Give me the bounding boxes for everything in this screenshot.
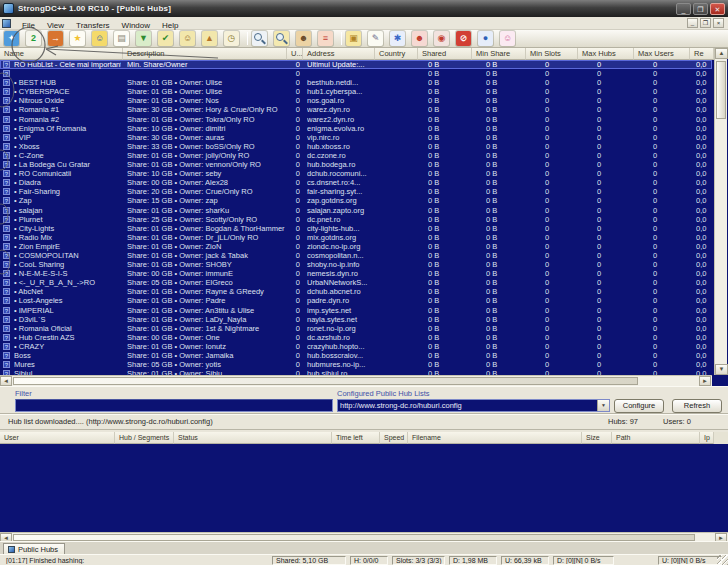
favorite-users-icon[interactable]: ☺	[92, 31, 107, 46]
hub-row[interactable]: ?MuresShare: 05 GB • Owner: yotis0hubmur…	[0, 360, 712, 369]
hub-row[interactable]: ?• CooL SharingShare: 01 GB • Owner: SHO…	[0, 260, 712, 269]
transfers-column-speed[interactable]: Speed	[380, 432, 408, 444]
search-spy-icon[interactable]: ☻	[296, 31, 311, 46]
transfers-column-hub-segments[interactable]: Hub / Segments	[115, 432, 174, 444]
emoticons-icon[interactable]: ☺	[500, 31, 515, 46]
hub-row[interactable]: ?RO HubList - Cele mai important...Min. …	[0, 60, 712, 69]
hub-row[interactable]: ?• RO ComunicatiiShare: 10 GB • Owner: s…	[0, 169, 712, 178]
hub-row[interactable]: ?• Fair-SharingShare: 20 GB • Owner: Cru…	[0, 187, 712, 196]
away-icon[interactable]: ☻	[412, 31, 427, 46]
hub-row[interactable]: ?• BEST HUBShare: 01 GB • Owner: Ulise0b…	[0, 78, 712, 87]
hub-row[interactable]: ?• VIPShare: 30 GB • Owner: auras0vip.ni…	[0, 133, 712, 142]
favorite-hubs-icon[interactable]: ★	[70, 31, 85, 46]
hub-list-combo[interactable]: http://www.strong-dc.ro/huburi.config ▼	[337, 399, 610, 412]
transfers-list[interactable]	[0, 444, 728, 532]
hub-row[interactable]: ?• Nitrous OxideShare: 01 GB • Owner: No…	[0, 96, 712, 105]
recent-hubs-icon[interactable]: ▤	[114, 31, 129, 46]
vertical-scrollbar[interactable]: ▲ ▼	[714, 48, 727, 375]
menu-item-file[interactable]: File	[16, 21, 41, 30]
waiting-users-icon[interactable]: ☺	[180, 31, 195, 46]
scroll-up-icon[interactable]: ▲	[715, 48, 728, 59]
transfers-scroll-thumb[interactable]	[13, 534, 695, 541]
transfers-column-path[interactable]: Path	[612, 432, 700, 444]
settings-icon[interactable]: ✱	[390, 31, 405, 46]
upload-queue-icon[interactable]: ◷	[224, 31, 239, 46]
combo-dropdown-icon[interactable]: ▼	[597, 400, 609, 411]
mdi-child-icon[interactable]	[2, 19, 11, 28]
reconnect-icon[interactable]: 2	[26, 31, 41, 46]
hub-row[interactable]: ?• ZapShare: 15 GB • Owner: zap0zap.gotd…	[0, 196, 712, 205]
scroll-down-icon[interactable]: ▼	[715, 364, 728, 375]
hub-column-re[interactable]: Re	[690, 48, 714, 60]
public-hubs-icon[interactable]: ✦	[4, 31, 19, 46]
transfers-column-user[interactable]: User	[0, 432, 115, 444]
horizontal-scroll-thumb[interactable]	[13, 377, 638, 385]
hub-row[interactable]: ?• DiadraShare: 00 GB • Owner: Alex280cs…	[0, 178, 712, 187]
hub-row[interactable]: ?• D3viL`SShare: 01 GB • Owner: LaDy_Nay…	[0, 315, 712, 324]
shutdown-icon[interactable]: ⊘	[456, 31, 471, 46]
hub-row[interactable]: ?• C-ZoneShare: 01 GB • Owner: jolly/Onl…	[0, 151, 712, 160]
open-filelist-icon[interactable]: ▣	[346, 31, 361, 46]
hub-row[interactable]: ?• CYBERSPACEShare: 01 GB • Owner: Ulise…	[0, 87, 712, 96]
transfers-column-size[interactable]: Size	[582, 432, 612, 444]
hub-row[interactable]: ?• Radio MixShare: 01 GB • Owner: Dr_jLL…	[0, 233, 712, 242]
finished-uploads-icon[interactable]: ▲	[202, 31, 217, 46]
horizontal-scrollbar[interactable]: ◄ ►	[0, 375, 712, 386]
filter-input[interactable]	[15, 399, 333, 412]
hub-column-min-slots[interactable]: Min Slots	[526, 48, 578, 60]
hub-row[interactable]: ?BossShare: 01 GB • Owner: Jamaika0hub.b…	[0, 351, 712, 360]
hub-column-country[interactable]: Country	[375, 48, 418, 60]
hub-column-shared[interactable]: Shared	[418, 48, 472, 60]
hub-column-u[interactable]: U...	[287, 48, 303, 60]
hub-column-name[interactable]: Name	[0, 48, 123, 60]
follow-redirect-icon[interactable]: →	[48, 31, 63, 46]
hub-row[interactable]: ?• AbcNetShare: 01 GB • Owner: Rayne & G…	[0, 287, 712, 296]
transfers-column-ip[interactable]: Ip	[700, 432, 714, 444]
hub-row[interactable]: ?• salajanShare: 01 GB • Owner: sharKu0s…	[0, 206, 712, 215]
restore-button[interactable]: ❐	[693, 3, 708, 15]
hub-column-address[interactable]: Address	[303, 48, 375, 60]
transfers-column-time-left[interactable]: Time left	[332, 432, 380, 444]
hub-row[interactable]: ?• City-LightsShare: 01 GB • Owner: Bogd…	[0, 224, 712, 233]
hub-row[interactable]: ?00 B0 B0000,0	[0, 69, 712, 78]
close-button[interactable]: ✕	[710, 3, 725, 15]
vertical-scroll-thumb[interactable]	[716, 61, 726, 119]
hub-column-min-share[interactable]: Min Share	[472, 48, 526, 60]
mdi-close-button[interactable]: ×	[713, 18, 724, 28]
notepad-icon[interactable]: ✎	[368, 31, 383, 46]
minimize-button[interactable]: _	[676, 3, 691, 15]
limiter-icon[interactable]: ●	[478, 31, 493, 46]
configure-button[interactable]: Configure	[614, 399, 664, 413]
hub-row[interactable]: ?• Enigma Of RomaniaShare: 10 GB • Owner…	[0, 124, 712, 133]
mdi-minimize-button[interactable]: _	[687, 18, 698, 28]
menu-item-help[interactable]: Help	[156, 21, 184, 30]
hub-row[interactable]: ?• Romania #1Share: 30 GB • Owner: Hory …	[0, 105, 712, 114]
scroll-right-icon[interactable]: ►	[699, 376, 711, 386]
hub-row[interactable]: ?• XbossShare: 33 GB • Owner: boSS/Only …	[0, 142, 712, 151]
hub-row[interactable]: ?• Zion EmpirEShare: 01 GB • Owner: ZioN…	[0, 242, 712, 251]
menu-item-view[interactable]: View	[41, 21, 70, 30]
hub-column-max-users[interactable]: Max Users	[634, 48, 690, 60]
network-statistics-icon[interactable]: ≡	[318, 31, 333, 46]
hub-row[interactable]: ?• CRAZYShare: 01 GB • Owner: Ionutz0cra…	[0, 342, 712, 351]
hub-row[interactable]: ?• Hub Crestin AZSShare: 00 GB • Owner: …	[0, 333, 712, 342]
refresh-button[interactable]: Refresh	[672, 399, 722, 413]
hub-row[interactable]: ?• Lost-AngelesShare: 01 GB • Owner: Pad…	[0, 296, 712, 305]
hub-row[interactable]: ?• Romania #2Share: 01 GB • Owner: Tokra…	[0, 115, 712, 124]
hub-row[interactable]: ?• COSMOPOLITANShare: 01 GB • Owner: jac…	[0, 251, 712, 260]
hub-row[interactable]: ?• IMPERIALShare: 01 GB • Owner: An3titu…	[0, 306, 712, 315]
hub-column-description[interactable]: Description	[123, 48, 287, 60]
webserver-icon[interactable]: ◉	[434, 31, 449, 46]
finished-downloads-icon[interactable]: ✔	[158, 31, 173, 46]
hub-row[interactable]: ?• Romania OficialShare: 01 GB • Owner: …	[0, 324, 712, 333]
scroll-left-icon[interactable]: ◄	[0, 376, 12, 386]
hub-row[interactable]: ?• La Bodega Cu GratarShare: 01 GB • Own…	[0, 160, 712, 169]
menu-item-transfers[interactable]: Transfers	[70, 21, 116, 30]
hub-row[interactable]: ?• PlurnetShare: 25 GB • Owner: Scotty/O…	[0, 215, 712, 224]
transfers-column-status[interactable]: Status	[174, 432, 332, 444]
transfers-column-filename[interactable]: Filename	[408, 432, 582, 444]
hub-row[interactable]: ?• <-_U_R_B_A_N_->ROShare: 05 GB • Owner…	[0, 278, 712, 287]
adl-search-icon[interactable]	[274, 31, 289, 46]
mdi-restore-button[interactable]: ❐	[700, 18, 711, 28]
menu-item-window[interactable]: Window	[116, 21, 156, 30]
